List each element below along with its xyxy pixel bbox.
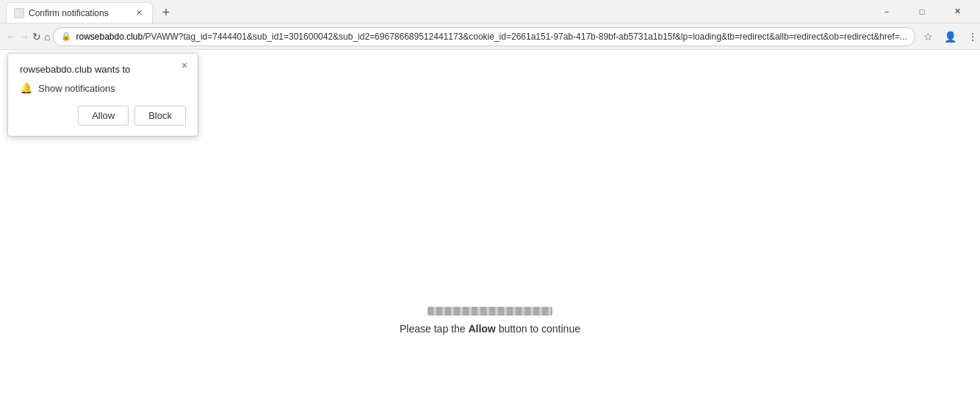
window-controls: − □ ✕ (870, 0, 974, 23)
page-center-content: Please tap the Allow button to continue (380, 307, 600, 335)
bell-icon: 🔔 (20, 82, 32, 94)
home-button[interactable]: ⌂ (44, 26, 50, 47)
notification-popup: × rowsebabdo.club wants to 🔔 Show notifi… (7, 53, 198, 136)
profile-icon[interactable]: 👤 (940, 26, 961, 47)
back-button[interactable]: ← (6, 26, 16, 47)
address-text: rowsebabdo.club/PVAWW?tag_id=7444401&sub… (76, 32, 907, 42)
allow-button[interactable]: Allow (78, 106, 129, 125)
address-bar[interactable]: 🔒 rowsebabdo.club/PVAWW?tag_id=7444401&s… (53, 27, 915, 46)
page-content: × rowsebabdo.club wants to 🔔 Show notifi… (0, 50, 980, 397)
minimize-button[interactable]: − (870, 0, 904, 23)
tab-favicon (14, 8, 24, 18)
loading-bar (428, 307, 552, 316)
maximize-button[interactable]: □ (905, 0, 939, 23)
loading-instruction-text: Please tap the Allow button to continue (400, 323, 580, 335)
popup-site-name: rowsebabdo.club (20, 64, 92, 75)
menu-icon[interactable]: ⋮ (962, 26, 980, 47)
block-button[interactable]: Block (134, 106, 186, 125)
toolbar-icons: ☆ 👤 ⋮ (918, 26, 980, 47)
active-tab[interactable]: Confirm notifications ✕ (6, 2, 153, 23)
loading-text-after: button to continue (496, 323, 580, 335)
tab-title: Confirm notifications (29, 8, 129, 18)
tab-area: Confirm notifications ✕ + (6, 0, 864, 23)
permission-label: Show notifications (38, 83, 115, 94)
popup-buttons: Allow Block (20, 106, 186, 125)
lock-icon: 🔒 (61, 32, 71, 41)
popup-wants-to: wants to (95, 64, 130, 75)
close-button[interactable]: ✕ (940, 0, 974, 23)
popup-title: rowsebabdo.club wants to (20, 64, 186, 75)
loading-text-bold: Allow (468, 323, 495, 335)
popup-permission-row: 🔔 Show notifications (20, 82, 186, 94)
refresh-button[interactable]: ↻ (32, 26, 41, 47)
loading-text-before: Please tap the (400, 323, 468, 335)
new-tab-button[interactable]: + (156, 2, 176, 23)
forward-button[interactable]: → (19, 26, 29, 47)
bookmark-icon[interactable]: ☆ (918, 26, 939, 47)
popup-close-button[interactable]: × (177, 58, 192, 73)
address-path: /PVAWW?tag_id=7444401&sub_id1=301600042&… (143, 32, 907, 42)
tab-close-button[interactable]: ✕ (133, 7, 145, 19)
titlebar: Confirm notifications ✕ + − □ ✕ (0, 0, 980, 23)
address-domain: rowsebabdo.club (76, 32, 143, 42)
navigation-bar: ← → ↻ ⌂ 🔒 rowsebabdo.club/PVAWW?tag_id=7… (0, 23, 980, 50)
